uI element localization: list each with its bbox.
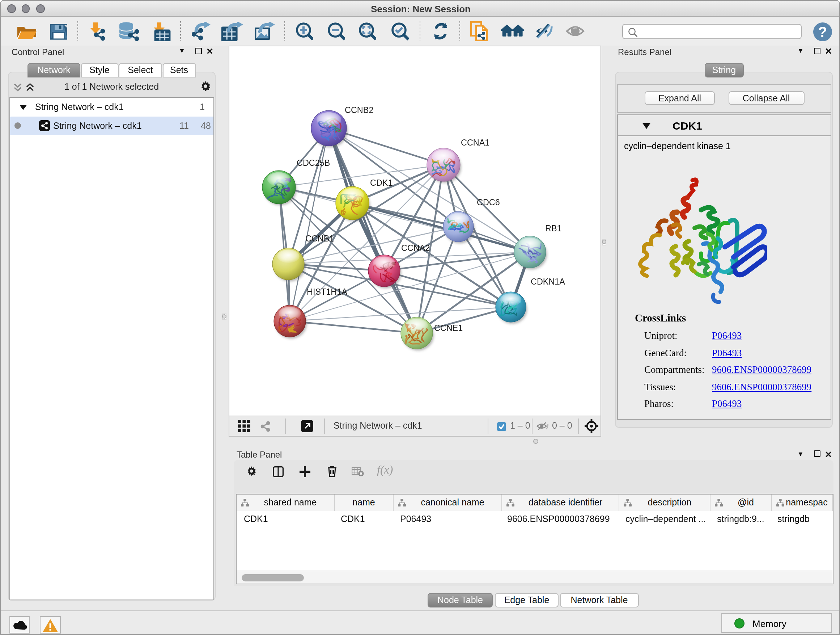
svg-text:CCNA1: CCNA1 [461, 138, 489, 147]
svg-text:?: ? [818, 24, 827, 40]
svg-text:CCNB2: CCNB2 [345, 105, 373, 115]
svg-text:CDKN1A: CDKN1A [531, 277, 565, 287]
svg-text:HIST1H1A: HIST1H1A [307, 287, 347, 296]
svg-text:CDK1: CDK1 [370, 178, 393, 187]
svg-text:CCNA2: CCNA2 [401, 243, 430, 253]
svg-text:CDC6: CDC6 [477, 198, 500, 207]
svg-text:RB1: RB1 [545, 224, 562, 233]
svg-text:CDC25B: CDC25B [297, 158, 330, 168]
svg-text:CCNB1: CCNB1 [305, 234, 334, 243]
svg-text:CCNE1: CCNE1 [434, 323, 463, 333]
